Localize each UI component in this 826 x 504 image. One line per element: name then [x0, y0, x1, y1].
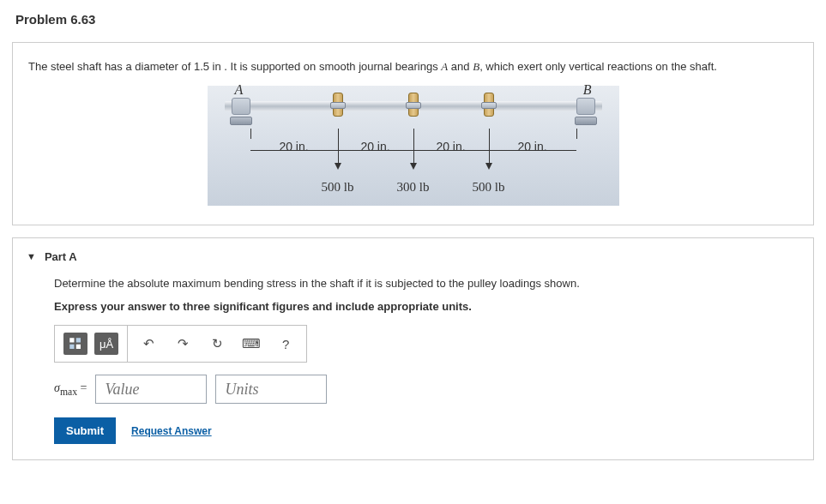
- part-title: Part A: [45, 250, 77, 263]
- svg-rect-2: [69, 345, 74, 349]
- keyboard-icon[interactable]: ⌨: [239, 333, 263, 355]
- units-input[interactable]: [215, 375, 327, 404]
- question-instruction: Express your answer to three significant…: [54, 300, 787, 313]
- answer-row: σmax =: [54, 375, 787, 404]
- reset-icon[interactable]: ↻: [205, 333, 229, 355]
- part-body: Determine the absolute maximum bending s…: [13, 270, 813, 460]
- bearing-a: [230, 98, 252, 129]
- problem-panel: The steel shaft has a diameter of 1.5 in…: [12, 42, 814, 225]
- load-arrow: [413, 137, 414, 168]
- question-text: Determine the absolute maximum bending s…: [54, 275, 787, 292]
- load-arrow: [489, 137, 490, 168]
- shaft-diagram: A B 20 in. 20 in. 20 in. 20 in. 500: [208, 86, 619, 206]
- stmt-suf: , which exert only vertical reactions on…: [479, 60, 717, 73]
- redo-icon[interactable]: ↷: [171, 333, 195, 355]
- dim-label: 20 in.: [338, 140, 413, 153]
- sub-max: max: [60, 386, 77, 397]
- bearing-b: [575, 98, 597, 129]
- value-input[interactable]: [95, 375, 207, 404]
- dim-label: 20 in.: [250, 140, 338, 153]
- answer-toolbar: μÅ ↶ ↷ ↻ ⌨ ?: [54, 325, 307, 363]
- dim-label: 20 in.: [413, 140, 489, 153]
- load-label: 500 lb: [455, 180, 523, 195]
- diameter: 1.5 in: [194, 60, 221, 73]
- load-arrow: [338, 137, 339, 168]
- point-b-label: B: [583, 82, 592, 98]
- problem-title: Problem 6.63: [0, 0, 826, 39]
- undo-icon[interactable]: ↶: [136, 333, 160, 355]
- units-format-button[interactable]: μÅ: [94, 333, 118, 355]
- svg-rect-1: [76, 338, 81, 342]
- submit-button[interactable]: Submit: [54, 417, 116, 444]
- sigma: σ: [54, 381, 60, 394]
- stmt-pre: The steel shaft has a diameter of: [28, 60, 194, 73]
- part-header[interactable]: ▼ Part A: [13, 238, 813, 270]
- templates-icon[interactable]: [63, 333, 87, 355]
- stmt-and: and: [448, 60, 473, 73]
- svg-rect-0: [69, 338, 74, 342]
- part-panel: ▼ Part A Determine the absolute maximum …: [12, 237, 814, 461]
- pulley-3: [484, 93, 494, 120]
- variable-symbol: σmax =: [54, 381, 87, 398]
- pulley-2: [408, 93, 419, 120]
- point-a-label: A: [235, 82, 244, 98]
- svg-rect-3: [76, 345, 81, 349]
- submit-row: Submit Request Answer: [54, 417, 787, 444]
- chevron-down-icon: ▼: [27, 251, 36, 261]
- pulley-1: [333, 93, 343, 120]
- stmt-mid: . It is supported on smooth journal bear…: [221, 60, 442, 73]
- dim-label: 20 in.: [489, 140, 576, 153]
- tick: [250, 129, 251, 139]
- load-label: 500 lb: [304, 180, 372, 195]
- tick: [576, 129, 577, 139]
- request-answer-link[interactable]: Request Answer: [131, 425, 212, 437]
- problem-statement: The steel shaft has a diameter of 1.5 in…: [13, 43, 813, 86]
- help-icon[interactable]: ?: [274, 333, 298, 355]
- load-label: 300 lb: [379, 180, 448, 195]
- diagram-wrap: A B 20 in. 20 in. 20 in. 20 in. 500: [13, 86, 813, 225]
- label-b-inline: B: [473, 60, 479, 73]
